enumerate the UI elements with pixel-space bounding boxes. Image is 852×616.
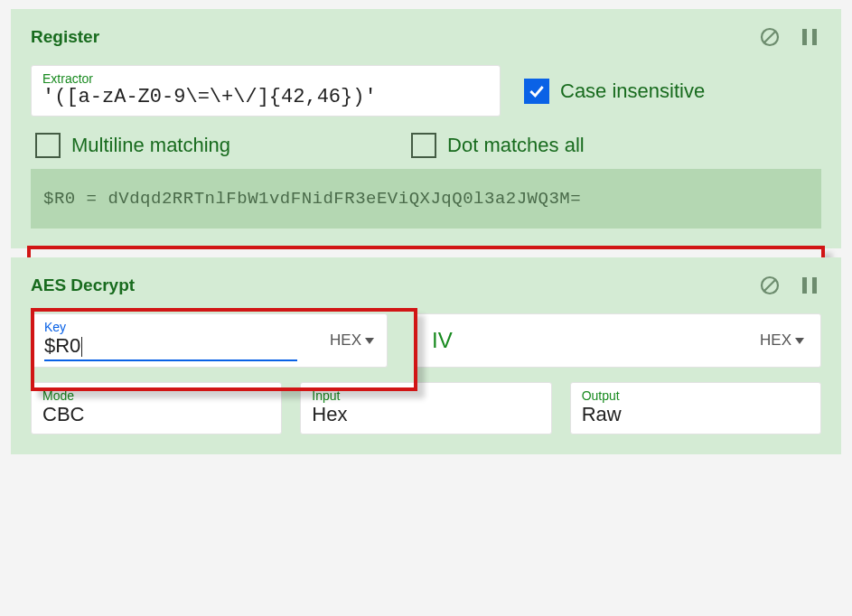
aes-row2: Mode CBC Input Hex Output Raw xyxy=(31,382,821,434)
dotall-label: Dot matches all xyxy=(447,134,585,157)
output-format-field[interactable]: Output Raw xyxy=(570,382,821,434)
aes-header: AES Decrypt xyxy=(31,274,821,297)
extractor-field[interactable]: Extractor '([a-zA-Z0-9\=\+\/]{42,46})' xyxy=(31,65,501,117)
caret-down-icon xyxy=(795,338,804,344)
svg-line-5 xyxy=(764,280,775,291)
iv-field[interactable]: IV HEX xyxy=(415,313,821,368)
key-field[interactable]: Key $R0 HEX xyxy=(31,313,388,368)
register-row2: Multiline matching Dot matches all xyxy=(31,133,821,158)
checkbox-checked-icon xyxy=(524,79,549,104)
input-format-field[interactable]: Input Hex xyxy=(300,382,551,434)
pause-icon[interactable] xyxy=(798,274,821,297)
extractor-value[interactable]: '([a-zA-Z0-9\=\+\/]{42,46})' xyxy=(42,86,489,108)
key-label: Key xyxy=(44,320,330,334)
output-format-label: Output xyxy=(582,388,810,403)
svg-line-1 xyxy=(764,32,775,42)
aes-row1: Key $R0 HEX IV HEX xyxy=(31,313,821,368)
checkbox-empty-icon xyxy=(411,133,436,158)
register-actions xyxy=(758,25,821,49)
svg-marker-9 xyxy=(795,338,804,344)
key-format-value: HEX xyxy=(330,331,361,350)
dotall-checkbox[interactable]: Dot matches all xyxy=(411,133,585,158)
iv-label: IV xyxy=(432,328,453,353)
text-caret-icon xyxy=(81,337,82,357)
disable-icon[interactable] xyxy=(758,274,782,297)
register-row1: Extractor '([a-zA-Z0-9\=\+\/]{42,46})' C… xyxy=(31,65,821,117)
register-title: Register xyxy=(31,27,99,47)
svg-rect-6 xyxy=(802,277,807,294)
mode-value: CBC xyxy=(42,403,270,426)
operation-register: Register Extractor '([a-zA-Z0-9\=\+\/]{4… xyxy=(11,9,841,248)
caret-down-icon xyxy=(365,338,374,344)
iv-format-value: HEX xyxy=(760,331,791,350)
register-output: $R0 = dVdqd2RRTnlFbW1vdFNidFR3eEViQXJqQ0… xyxy=(31,169,821,229)
output-format-value: Raw xyxy=(582,403,810,426)
pause-icon[interactable] xyxy=(798,25,821,49)
svg-marker-8 xyxy=(365,338,374,344)
aes-title: AES Decrypt xyxy=(31,275,135,295)
multiline-checkbox[interactable]: Multiline matching xyxy=(35,133,230,158)
checkbox-empty-icon xyxy=(35,133,61,158)
case-insensitive-label: Case insensitive xyxy=(560,79,705,103)
aes-actions xyxy=(758,274,821,297)
extractor-label: Extractor xyxy=(42,71,489,86)
key-format-dropdown[interactable]: HEX xyxy=(330,331,374,350)
input-format-label: Input xyxy=(312,388,539,403)
mode-field[interactable]: Mode CBC xyxy=(31,382,282,434)
key-input: $R0 xyxy=(44,334,82,359)
multiline-label: Multiline matching xyxy=(71,134,230,157)
operation-aes-decrypt: AES Decrypt Key $R0 HEX xyxy=(11,257,841,454)
svg-rect-2 xyxy=(802,29,807,45)
register-header: Register xyxy=(31,25,821,49)
input-format-value: Hex xyxy=(312,403,539,426)
disable-icon[interactable] xyxy=(758,25,782,49)
iv-format-dropdown[interactable]: HEX xyxy=(760,331,804,350)
focus-underline xyxy=(44,359,297,361)
svg-rect-7 xyxy=(812,277,817,294)
case-insensitive-checkbox[interactable]: Case insensitive xyxy=(524,79,705,104)
mode-label: Mode xyxy=(42,388,270,403)
svg-rect-3 xyxy=(812,29,817,45)
